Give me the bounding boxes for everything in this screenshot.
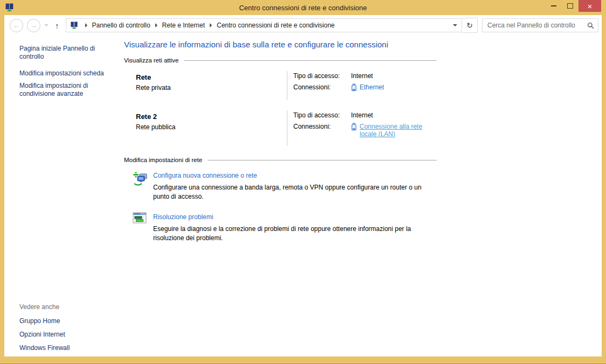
change-network-settings-label: Modifica impostazioni di rete	[124, 157, 202, 163]
address-dropdown-chevron-icon[interactable]	[453, 24, 457, 26]
troubleshoot-link[interactable]: Risoluzione problemi	[153, 213, 427, 221]
breadcrumb-network-internet[interactable]: Rete e Internet	[162, 22, 205, 29]
forward-icon: →	[30, 22, 37, 30]
maximize-button[interactable]	[562, 0, 579, 12]
section-rule	[184, 60, 437, 61]
breadcrumb-arrow-icon	[85, 23, 87, 27]
page-title: Visualizzare le informazioni di base sul…	[124, 40, 437, 49]
breadcrumb-arrow-icon	[210, 23, 212, 27]
network-sharing-center-window: Centro connessioni di rete e condivision…	[0, 0, 606, 364]
ethernet-plug-icon	[351, 83, 357, 92]
network-item-rete-2: Rete 2 Rete pubblica Tipo di accesso: In…	[124, 110, 437, 146]
toolbar: ← → ↑ Pannello di controllo Rete e Inter…	[4, 15, 602, 36]
see-also-internet-options[interactable]: Opzioni Internet	[19, 331, 70, 338]
see-also-section: Vedere anche Gruppo Home Opzioni Interne…	[19, 303, 70, 358]
access-type-label: Tipo di accesso:	[293, 72, 351, 80]
active-networks-section-header: Visualizza reti attive	[124, 57, 437, 64]
sidebar-item-advanced-sharing-settings[interactable]: Modifica impostazioni di condivisione av…	[19, 82, 120, 98]
network-type: Rete privata	[136, 84, 287, 92]
section-rule	[208, 160, 437, 160]
troubleshoot-description: Eseguire la diagnosi e la correzione di …	[153, 225, 427, 243]
see-also-header: Vedere anche	[19, 303, 70, 311]
new-connection-icon	[133, 171, 149, 187]
troubleshoot-icon	[133, 212, 148, 225]
connections-label: Connessioni:	[293, 83, 351, 91]
active-networks-label: Visualizza reti attive	[124, 57, 178, 64]
network-type: Rete pubblica	[136, 123, 287, 131]
back-icon: ←	[13, 22, 20, 30]
window-title: Centro connessioni di rete e condivision…	[0, 4, 606, 12]
access-type-value: Internet	[351, 111, 373, 119]
search-box	[482, 18, 598, 32]
network-name: Rete 2	[136, 113, 287, 121]
change-network-settings-section-header: Modifica impostazioni di rete	[124, 157, 437, 163]
setup-new-connection-link[interactable]: Configura nuova connessione o rete	[153, 172, 427, 179]
refresh-button[interactable]: ↻	[462, 18, 478, 33]
up-button[interactable]: ↑	[55, 21, 59, 30]
setup-new-connection-item: Configura nuova connessione o rete Confi…	[124, 170, 437, 201]
close-button[interactable]: ×	[579, 0, 601, 12]
breadcrumb-network-sharing-center[interactable]: Centro connessioni di rete e condivision…	[217, 22, 335, 29]
minimize-button[interactable]	[545, 0, 562, 12]
network-name: Rete	[136, 73, 287, 81]
content: Pagina iniziale Pannello di controllo Mo…	[4, 36, 602, 356]
window-controls: ×	[545, 0, 601, 12]
sidebar-item-control-panel-home[interactable]: Pagina iniziale Pannello di controllo	[19, 45, 120, 61]
troubleshoot-item: Risoluzione problemi Eseguire la diagnos…	[124, 212, 437, 243]
maximize-icon	[567, 3, 573, 9]
see-also-windows-firewall[interactable]: Windows Firewall	[19, 344, 70, 352]
sidebar-item-change-adapter-settings[interactable]: Modifica impostazioni scheda	[19, 69, 120, 78]
minimize-icon	[551, 5, 556, 6]
connections-label: Connessioni:	[293, 123, 351, 130]
search-icon[interactable]	[587, 22, 594, 29]
ethernet-link[interactable]: Ethernet	[360, 83, 384, 91]
network-item-rete: Rete Rete privata Tipo di accesso: Inter…	[124, 71, 437, 100]
breadcrumb-control-panel[interactable]: Pannello di controllo	[92, 22, 150, 29]
setup-new-connection-description: Configurare una connessione a banda larg…	[153, 183, 427, 201]
client-area: ← → ↑ Pannello di controllo Rete e Inter…	[4, 15, 602, 356]
refresh-icon: ↻	[466, 21, 473, 30]
ethernet-plug-icon	[351, 123, 357, 131]
network-breadcrumb-icon	[70, 22, 78, 30]
breadcrumb-arrow-icon	[155, 23, 157, 27]
close-icon: ×	[588, 2, 593, 10]
access-type-label: Tipo di accesso:	[293, 111, 351, 119]
sidebar-tasks: Pagina iniziale Pannello di controllo Mo…	[19, 45, 120, 107]
recent-pages-chevron-icon[interactable]	[44, 24, 49, 26]
lan-connection-link[interactable]: Connessione alla rete locale (LAN)	[360, 123, 437, 138]
back-button[interactable]: ←	[10, 19, 23, 32]
forward-button[interactable]: →	[27, 19, 40, 32]
main-pane: Visualizzare le informazioni di base sul…	[124, 36, 437, 243]
address-bar[interactable]: Pannello di controllo Rete e Internet Ce…	[66, 18, 463, 32]
search-input[interactable]	[486, 21, 587, 30]
titlebar: Centro connessioni di rete e condivision…	[0, 0, 606, 15]
access-type-value: Internet	[351, 72, 373, 80]
see-also-homegroup[interactable]: Gruppo Home	[19, 317, 70, 325]
